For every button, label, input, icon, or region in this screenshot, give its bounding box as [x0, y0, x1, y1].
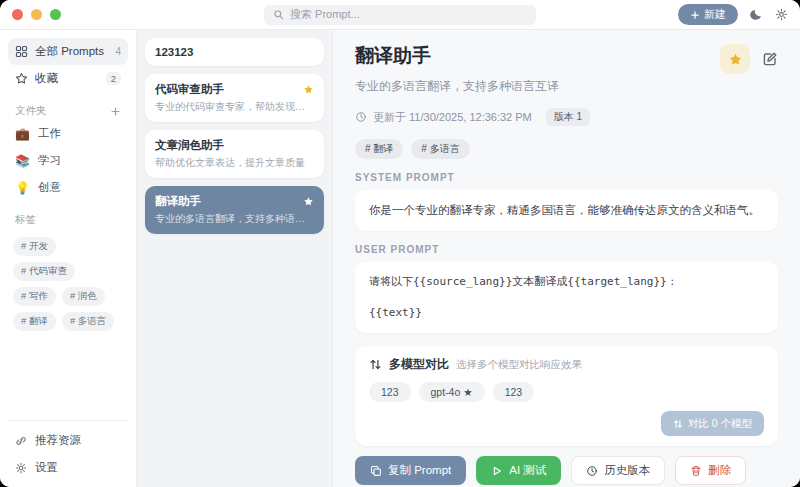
model-chip[interactable]: gpt-4o ★ [419, 382, 485, 402]
plus-icon [110, 106, 121, 117]
sidebar-item-resources[interactable]: 推荐资源 [8, 427, 128, 454]
history-button-label: 历史版本 [604, 463, 650, 478]
prompt-item-description: 专业的多语言翻译，支持多种语言互译 [155, 212, 314, 226]
sidebar-item-favorites[interactable]: 收藏 2 [8, 65, 128, 92]
delete-button[interactable]: 删除 [675, 456, 746, 485]
compare-models-button[interactable]: 对比 0 个模型 [661, 411, 764, 436]
prompt-list-item[interactable]: 翻译助手 专业的多语言翻译，支持多种语言互译 [145, 186, 324, 234]
app-settings-button[interactable] [775, 8, 788, 21]
main-layout: 全部 Prompts 4 收藏 2 文件夹 [0, 30, 800, 487]
add-folder-button[interactable] [110, 106, 121, 117]
prompt-item-title: 文章润色助手 [155, 138, 314, 153]
detail-panel: 翻译助手 专业的多语言翻译，支持多种语言互译 [333, 30, 800, 487]
compare-button-label: 对比 0 个模型 [688, 417, 752, 431]
clock-icon [355, 111, 367, 123]
search-icon [273, 9, 284, 20]
search-area: 搜索 Prompt... [137, 5, 663, 25]
prompt-item-header: 代码审查助手 [155, 82, 314, 97]
star-icon [303, 84, 314, 95]
close-window-button[interactable] [12, 9, 23, 20]
tag-chip[interactable]: # 多语言 [62, 312, 114, 331]
sidebar-favorites-label: 收藏 [35, 71, 99, 86]
page-title: 翻译助手 [355, 44, 720, 68]
tag-chip[interactable]: # 翻译 [13, 312, 56, 331]
plus-icon [690, 10, 700, 20]
model-chip[interactable]: 123 [493, 382, 535, 402]
sidebar-item-settings[interactable]: 设置 [8, 454, 128, 481]
folder-list: 💼 工作 📚 学习 💡 创意 [8, 120, 128, 201]
sidebar-all-prompts-label: 全部 Prompts [35, 44, 108, 59]
prompt-list-item[interactable]: 代码审查助手 专业的代码审查专家，帮助发现代码问题 [145, 74, 324, 122]
delete-button-label: 删除 [708, 463, 731, 478]
copy-icon [370, 465, 382, 477]
tag-chip[interactable]: # 代码审查 [13, 262, 75, 281]
new-prompt-label: 新建 [704, 7, 726, 22]
compare-title: 多模型对比 [389, 356, 449, 373]
folders-section-label: 文件夹 [15, 104, 110, 118]
tag-chip[interactable]: # 润色 [62, 287, 105, 306]
detail-tag-chip[interactable]: # 多语言 [411, 139, 469, 159]
detail-header: 翻译助手 [355, 44, 778, 74]
detail-header-actions [720, 44, 778, 74]
folders-section-header: 文件夹 [15, 104, 121, 118]
copy-prompt-button[interactable]: 复制 Prompt [355, 456, 466, 485]
tag-chip[interactable]: # 开发 [13, 237, 56, 256]
model-chip[interactable]: 123 [369, 382, 411, 402]
folder-item[interactable]: 💼 工作 [8, 120, 128, 147]
all-prompts-count: 4 [115, 46, 121, 57]
detail-tag-chip[interactable]: # 翻译 [355, 139, 403, 159]
prompt-item-header: 翻译助手 [155, 194, 314, 209]
ai-test-button[interactable]: AI 测试 [476, 456, 561, 485]
system-prompt-content: 你是一个专业的翻译专家，精通多国语言，能够准确传达原文的含义和语气。 [355, 190, 778, 231]
topbar-actions: 新建 [663, 4, 788, 25]
prompt-item-description: 专业的代码审查专家，帮助发现代码问题 [155, 100, 314, 114]
folder-label: 工作 [38, 126, 61, 141]
prompt-list-item[interactable]: 文章润色助手 帮助优化文章表达，提升文章质量 [145, 130, 324, 178]
resources-label: 推荐资源 [35, 433, 81, 448]
model-chip-list: 123 gpt-4o ★ 123 [369, 382, 764, 402]
star-filled-icon [728, 52, 743, 67]
edit-button[interactable] [762, 51, 778, 67]
history-clock-icon [586, 465, 598, 477]
prompt-list: 123123 代码审查助手 [137, 30, 333, 487]
sidebar-item-all-prompts[interactable]: 全部 Prompts 4 [8, 38, 128, 65]
sidebar: 全部 Prompts 4 收藏 2 文件夹 [0, 30, 137, 487]
prompt-list-item[interactable]: 123123 [145, 38, 324, 66]
search-placeholder: 搜索 Prompt... [290, 9, 360, 20]
prompt-item-title: 代码审查助手 [155, 82, 297, 97]
detail-tag-list: # 翻译 # 多语言 [355, 139, 778, 159]
folder-label: 创意 [38, 180, 61, 195]
model-compare-card: 多模型对比 选择多个模型对比响应效果 123 gpt-4o ★ 123 [355, 346, 778, 446]
settings-label: 设置 [35, 460, 58, 475]
user-prompt-line: {{text}} [369, 305, 764, 322]
prompt-item-description: 帮助优化文章表达，提升文章质量 [155, 156, 314, 170]
folder-label: 学习 [38, 153, 61, 168]
tag-list: # 开发 # 代码审查 # 写作 # 润色 # 翻译 # 多语言 [13, 237, 123, 331]
compare-header: 多模型对比 选择多个模型对比响应效果 [369, 356, 764, 373]
minimize-window-button[interactable] [31, 9, 42, 20]
new-prompt-button[interactable]: 新建 [678, 4, 738, 25]
sidebar-footer: 推荐资源 设置 [8, 420, 128, 481]
star-icon [303, 196, 314, 207]
test-button-label: AI 测试 [509, 463, 546, 478]
search-input[interactable]: 搜索 Prompt... [264, 5, 536, 25]
version-badge: 版本 1 [546, 108, 590, 126]
folder-emoji-icon: 💼 [15, 128, 30, 140]
folder-item[interactable]: 💡 创意 [8, 174, 128, 201]
tags-section-header: 标签 [15, 213, 121, 227]
folder-item[interactable]: 📚 学习 [8, 147, 128, 174]
theme-toggle-button[interactable] [750, 8, 763, 21]
favorites-count-badge: 2 [106, 72, 121, 85]
system-prompt-label: SYSTEM PROMPT [355, 172, 778, 183]
tag-chip[interactable]: # 写作 [13, 287, 56, 306]
user-prompt-content: 请将以下{{source_lang}}文本翻译成{{target_lang}}：… [355, 262, 778, 333]
tags-section-label: 标签 [15, 213, 121, 227]
copy-button-label: 复制 Prompt [388, 463, 451, 478]
folder-emoji-icon: 📚 [15, 155, 30, 167]
fullscreen-window-button[interactable] [50, 9, 61, 20]
updated-timestamp: 更新于 11/30/2025, 12:36:32 PM [373, 110, 532, 125]
favorite-button[interactable] [720, 44, 750, 74]
meta-row: 更新于 11/30/2025, 12:36:32 PM 版本 1 [355, 108, 778, 126]
compare-subtitle: 选择多个模型对比响应效果 [456, 358, 582, 372]
history-versions-button[interactable]: 历史版本 [571, 456, 665, 485]
